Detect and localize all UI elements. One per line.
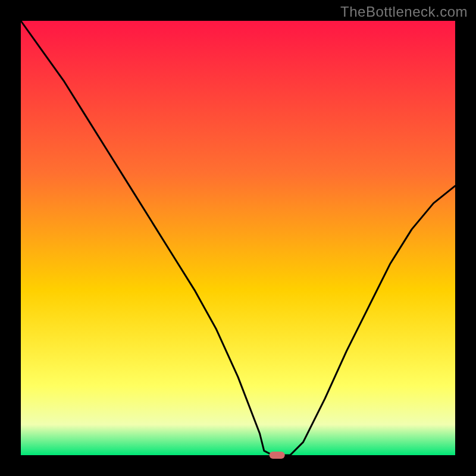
- plot-area-gradient: [21, 21, 455, 455]
- bottleneck-chart: TheBottleneck.com: [0, 0, 476, 476]
- watermark-label: TheBottleneck.com: [340, 4, 468, 20]
- chart-svg: [0, 0, 476, 476]
- optimal-marker: [270, 452, 285, 459]
